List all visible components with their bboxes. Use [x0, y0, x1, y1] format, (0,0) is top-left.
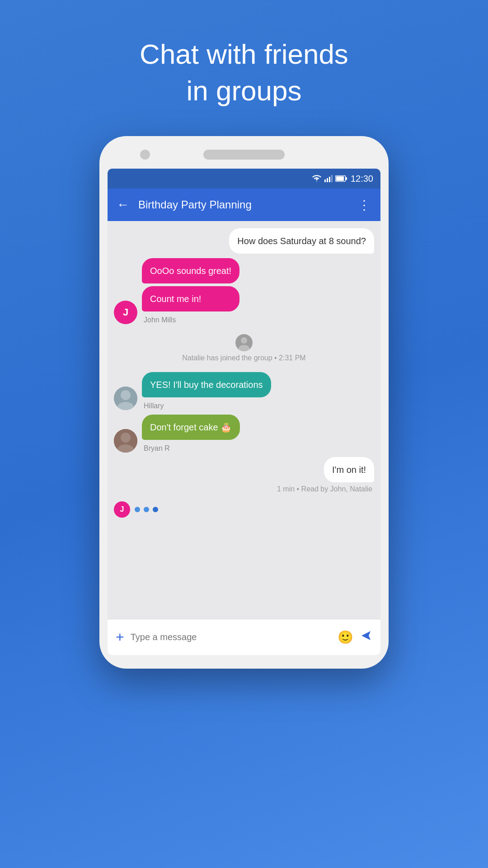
message-bubble: YES! I'll buy the decorations: [142, 372, 271, 397]
input-bar: + 🙂: [108, 619, 380, 655]
outgoing-bubble-group: I'm on it! 1 min • Read by John, Natalie: [277, 457, 374, 493]
status-icons: [312, 175, 347, 182]
typing-indicator: J: [114, 498, 374, 521]
message-row: I'm on it! 1 min • Read by John, Natalie: [114, 457, 374, 493]
svg-rect-5: [346, 177, 347, 180]
svg-rect-2: [329, 177, 330, 182]
message-row: J OoOo sounds great! Count me in! John M…: [114, 258, 374, 324]
typing-dot: [153, 507, 158, 512]
status-bar: 12:30: [108, 169, 380, 189]
message-input[interactable]: [131, 632, 331, 642]
svg-rect-1: [327, 178, 328, 182]
svg-rect-0: [324, 179, 326, 182]
message-bubble: Count me in!: [142, 286, 239, 311]
bubble-group: OoOo sounds great! Count me in! John Mil…: [142, 258, 239, 324]
system-message: Natalie has joined the group • 2:31 PM: [114, 334, 374, 362]
svg-rect-3: [331, 175, 333, 182]
avatar: [114, 387, 137, 410]
phone-frame: 12:30 ← Birthday Party Planning ⋮ How do…: [99, 136, 389, 669]
typing-dots: [135, 507, 158, 512]
add-button[interactable]: +: [116, 629, 124, 646]
svg-point-14: [121, 433, 131, 443]
chat-area: How does Saturday at 8 sound? J OoOo sou…: [108, 221, 380, 619]
message-row: How does Saturday at 8 sound?: [114, 228, 374, 254]
typing-avatar: J: [114, 501, 130, 518]
bubble-group: Don't forget cake 🎂 Bryan R: [142, 415, 240, 453]
signal-icon: [324, 175, 333, 182]
svg-point-8: [241, 337, 247, 344]
phone-screen: 12:30 ← Birthday Party Planning ⋮ How do…: [108, 169, 380, 655]
typing-dot: [144, 507, 149, 512]
message-row: Don't forget cake 🎂 Bryan R: [114, 415, 374, 453]
wifi-icon: [312, 175, 322, 182]
avatar: J: [114, 301, 137, 324]
battery-icon: [335, 175, 347, 182]
message-bubble: How does Saturday at 8 sound?: [229, 228, 374, 254]
typing-dot: [135, 507, 140, 512]
svg-point-11: [121, 390, 131, 400]
sender-name: Hillary: [142, 402, 271, 410]
sender-name: Bryan R: [142, 444, 240, 453]
message-bubble: Don't forget cake 🎂: [142, 415, 240, 440]
emoji-button[interactable]: 🙂: [338, 630, 353, 645]
svg-rect-6: [336, 176, 344, 181]
more-button[interactable]: ⋮: [358, 198, 371, 212]
avatar: [114, 429, 137, 453]
system-avatar: [235, 334, 253, 351]
outgoing-bubble-group: How does Saturday at 8 sound?: [229, 228, 374, 254]
message-bubble: I'm on it!: [324, 457, 374, 482]
read-receipt: 1 min • Read by John, Natalie: [277, 485, 374, 493]
page-title: Chat with friends in groups: [140, 36, 348, 109]
send-button[interactable]: [360, 629, 372, 645]
app-bar: ← Birthday Party Planning ⋮: [108, 189, 380, 221]
phone-speaker: [203, 150, 285, 160]
bubble-group: YES! I'll buy the decorations Hillary: [142, 372, 271, 410]
message-bubble: OoOo sounds great!: [142, 258, 239, 283]
phone-camera: [140, 150, 150, 160]
chat-title: Birthday Party Planning: [138, 198, 358, 211]
svg-marker-16: [361, 631, 371, 640]
message-row: YES! I'll buy the decorations Hillary: [114, 372, 374, 410]
time-display: 12:30: [351, 174, 373, 184]
system-text: Natalie has joined the group • 2:31 PM: [182, 354, 305, 362]
sender-name: John Mills: [142, 316, 239, 324]
back-button[interactable]: ←: [117, 198, 129, 212]
